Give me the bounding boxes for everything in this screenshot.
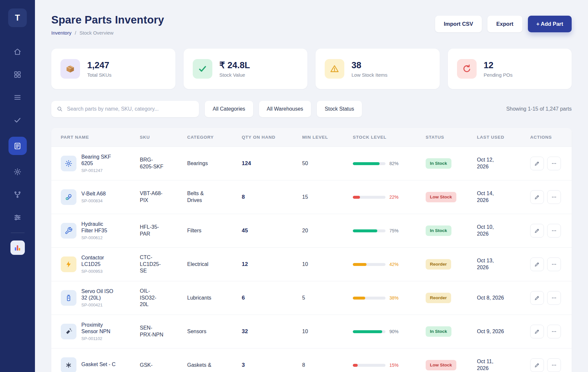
filter-stock-status[interactable]: Stock Status bbox=[317, 101, 362, 117]
status-badge: In Stock bbox=[426, 158, 451, 169]
table-row: Servo Oil ISO 32 (20L)SP-000421OIL-ISO32… bbox=[51, 281, 572, 315]
pencil-icon bbox=[534, 261, 540, 267]
bolt-icon bbox=[61, 256, 76, 272]
import-csv-button[interactable]: Import CSV bbox=[435, 16, 482, 32]
part-category: Belts & Drives bbox=[187, 190, 219, 204]
part-category: Lubricants bbox=[187, 295, 211, 302]
ellipsis-icon bbox=[551, 194, 557, 200]
filter-row: All Categories All Warehouses Stock Stat… bbox=[51, 101, 572, 117]
part-cell: Hydraulic Filter HF35SP-000612 bbox=[61, 221, 140, 241]
part-name: Contactor LC1D25 bbox=[81, 255, 116, 268]
branch-icon bbox=[13, 191, 22, 199]
search-box[interactable] bbox=[51, 101, 199, 117]
grid-icon bbox=[13, 70, 22, 79]
sidebar-item-machines[interactable] bbox=[10, 164, 25, 179]
edit-button[interactable] bbox=[530, 291, 544, 305]
parts-table: PART NAME SKU CATEGORY QTY ON HAND MIN L… bbox=[51, 128, 572, 372]
last-used-date: Oct 11, 2026 bbox=[477, 358, 506, 372]
ellipsis-icon bbox=[551, 228, 557, 234]
part-code: SP-000834 bbox=[81, 198, 106, 204]
sidebar-item-tasks[interactable] bbox=[10, 113, 25, 127]
sensor-icon bbox=[61, 324, 76, 339]
min-level: 10 bbox=[302, 261, 353, 268]
stat-card-stock-value: ₹ 24.8L Stock Value bbox=[184, 49, 308, 89]
edit-button[interactable] bbox=[530, 224, 544, 238]
search-input[interactable] bbox=[66, 106, 194, 112]
more-button[interactable] bbox=[547, 257, 561, 271]
filter-all-categories[interactable]: All Categories bbox=[205, 101, 253, 117]
part-sku: BRG-6205-SKF bbox=[140, 157, 165, 170]
column-header-sku: SKU bbox=[140, 135, 187, 140]
min-level: 50 bbox=[302, 160, 353, 167]
main-content: Spare Parts Inventory Inventory / Stock … bbox=[35, 0, 588, 372]
part-code: SP-001102 bbox=[81, 336, 116, 342]
part-name: V-Belt A68 bbox=[81, 191, 106, 197]
part-cell: V-Belt A68SP-000834 bbox=[61, 189, 140, 205]
last-used-date: Oct 8, 2026 bbox=[477, 295, 504, 302]
more-button[interactable] bbox=[547, 325, 561, 338]
table-row: Gasket Set - CGSK-Gaskets &3815%Low Stoc… bbox=[51, 349, 572, 372]
last-used-date: Oct 9, 2026 bbox=[477, 328, 504, 335]
table-row: V-Belt A68SP-000834VBT-A68-PIXBelts & Dr… bbox=[51, 180, 572, 214]
part-cell: Contactor LC1D25SP-000953 bbox=[61, 255, 140, 274]
more-button[interactable] bbox=[547, 224, 561, 238]
sidebar-item-inventory[interactable] bbox=[8, 137, 27, 155]
edit-button[interactable] bbox=[530, 358, 544, 372]
actions-cell bbox=[530, 358, 562, 372]
sidebar-item-home[interactable] bbox=[10, 44, 25, 59]
part-name: Servo Oil ISO 32 (20L) bbox=[81, 288, 116, 301]
breadcrumb-current: Stock Overview bbox=[79, 30, 113, 36]
min-level: 8 bbox=[302, 362, 353, 369]
more-button[interactable] bbox=[547, 157, 561, 170]
app-logo[interactable]: T bbox=[8, 8, 27, 27]
ellipsis-icon bbox=[551, 329, 557, 334]
gear-icon bbox=[13, 168, 22, 176]
page-title: Spare Parts Inventory bbox=[51, 14, 164, 26]
pencil-icon bbox=[534, 228, 540, 234]
column-header-status: STATUS bbox=[426, 135, 477, 140]
edit-button[interactable] bbox=[530, 325, 544, 338]
pencil-icon bbox=[534, 194, 540, 200]
edit-button[interactable] bbox=[530, 190, 544, 204]
status-badge: Reorder bbox=[426, 293, 451, 303]
column-header-category: CATEGORY bbox=[187, 135, 242, 140]
table-row: Bearing SKF 6205SP-001247BRG-6205-SKFBea… bbox=[51, 147, 572, 180]
more-button[interactable] bbox=[547, 190, 561, 204]
stats-row: 1,247 Total SKUs ₹ 24.8L Stock Value 38 … bbox=[51, 49, 572, 89]
stat-value-pending-pos: 12 bbox=[484, 60, 513, 70]
sidebar-item-apps[interactable] bbox=[10, 67, 25, 82]
stat-value-stock-value: ₹ 24.8L bbox=[220, 60, 250, 70]
sidebar-item-settings[interactable] bbox=[10, 210, 25, 225]
edit-button[interactable] bbox=[530, 157, 544, 170]
sidebar-item-analytics[interactable] bbox=[10, 240, 25, 255]
sidebar: T bbox=[0, 0, 35, 372]
column-header-last-used: LAST USED bbox=[477, 135, 530, 140]
stock-level-cell: 42% bbox=[353, 261, 426, 267]
warning-icon bbox=[325, 59, 344, 79]
breadcrumb-inventory-link[interactable]: Inventory bbox=[51, 30, 72, 36]
part-name: Hydraulic Filter HF35 bbox=[81, 221, 116, 234]
sidebar-item-menu[interactable] bbox=[10, 90, 25, 104]
export-button[interactable]: Export bbox=[487, 16, 522, 32]
part-category: Filters bbox=[187, 227, 202, 234]
check-icon bbox=[193, 59, 212, 79]
edit-button[interactable] bbox=[530, 257, 544, 271]
part-cell: Servo Oil ISO 32 (20L)SP-000421 bbox=[61, 288, 140, 308]
check-icon bbox=[13, 116, 22, 124]
sidebar-item-workflow[interactable] bbox=[10, 187, 25, 202]
column-header-part-name: PART NAME bbox=[61, 135, 140, 140]
part-name: Proximity Sensor NPN bbox=[81, 322, 116, 335]
part-code: SP-000953 bbox=[81, 269, 116, 274]
more-button[interactable] bbox=[547, 358, 561, 372]
gear-icon bbox=[61, 156, 76, 171]
stat-card-low-stock: 38 Low Stock Items bbox=[316, 49, 440, 89]
filter-all-warehouses[interactable]: All Warehouses bbox=[259, 101, 311, 117]
add-part-button[interactable]: + Add Part bbox=[528, 16, 572, 32]
more-button[interactable] bbox=[547, 291, 561, 305]
oil-icon bbox=[61, 290, 76, 306]
stat-label-pending-pos: Pending POs bbox=[484, 72, 513, 78]
sliders-icon bbox=[13, 213, 22, 222]
qty-on-hand: 45 bbox=[242, 227, 302, 234]
qty-on-hand: 12 bbox=[242, 261, 302, 268]
stock-level-bar bbox=[353, 364, 385, 367]
